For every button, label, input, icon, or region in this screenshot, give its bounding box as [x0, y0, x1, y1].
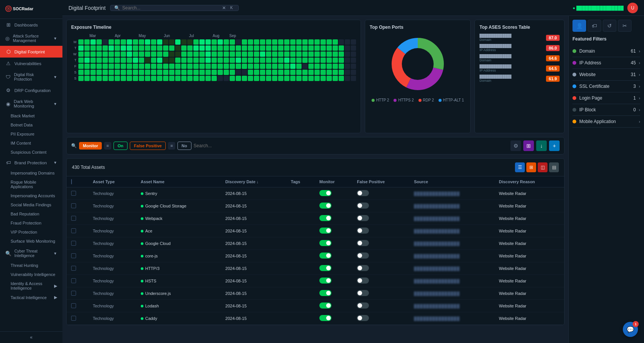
sidebar-item-tactical-intel[interactable]: Tactical Intelligence ▶ [0, 293, 62, 302]
filter-add-button[interactable]: + [549, 140, 560, 151]
featured-filter-item[interactable]: Website 31 › [572, 69, 640, 81]
sidebar-item-digital-risk[interactable]: 🛡 Digital Risk Protection ▼ [0, 69, 62, 84]
sidebar-item-vip-protection[interactable]: VIP Protection [0, 228, 62, 237]
featured-filter-item[interactable]: Mobile Application › [572, 116, 640, 128]
false-positive-toggle[interactable] [357, 278, 369, 284]
eq1-button[interactable]: = [104, 142, 111, 150]
sidebar-item-cyber-threat[interactable]: 🔍 Cyber Threat Intelligence ▼ [0, 246, 62, 261]
close-search-icon[interactable]: ✕ [222, 5, 226, 11]
featured-filter-item[interactable]: IP Address 45 › [572, 57, 640, 69]
sidebar-item-black-market[interactable]: Black Market [0, 111, 62, 120]
monitor-toggle[interactable] [319, 265, 331, 271]
sidebar-item-attack-surface[interactable]: ◎ Attack Surface Management ▼ [0, 31, 62, 46]
sidebar-item-brand-protection[interactable]: 🏷 Brand Protection ▼ [0, 157, 62, 168]
on-filter-button[interactable]: On [114, 142, 128, 150]
row-checkbox[interactable] [71, 316, 76, 321]
view-list-button[interactable]: ☰ [515, 162, 525, 172]
sidebar-item-pii-exposure[interactable]: PII Exposure [0, 129, 62, 139]
row-checkbox[interactable] [71, 228, 76, 233]
false-positive-toggle[interactable] [357, 240, 369, 246]
assets-search-input[interactable] [194, 143, 508, 148]
rp-tab-filter[interactable]: ✂ [618, 20, 632, 32]
asset-name-cell: Caddy [136, 312, 221, 325]
view-red-button[interactable]: ◫ [538, 162, 548, 172]
sidebar-item-social-media[interactable]: Social Media Findings [0, 200, 62, 209]
monitor-toggle[interactable] [319, 215, 331, 221]
sidebar-collapse-button[interactable]: « [0, 331, 62, 343]
monitor-toggle[interactable] [319, 190, 331, 196]
monitor-toggle[interactable] [319, 315, 331, 321]
featured-filter-item[interactable]: Login Page 1 › [572, 92, 640, 104]
rp-tab-tag[interactable]: 🏷 [588, 20, 601, 32]
row-checkbox[interactable] [71, 266, 76, 271]
eq2-button[interactable]: = [168, 142, 175, 150]
user-avatar[interactable]: U [627, 3, 638, 13]
filter-count: 61 [631, 48, 636, 54]
sidebar-item-dashboards[interactable]: ⊞ Dashboards [0, 19, 62, 31]
false-positive-toggle[interactable] [357, 290, 369, 296]
monitor-toggle[interactable] [319, 302, 331, 309]
filter-download-button[interactable]: ↓ [536, 140, 547, 151]
select-all-checkbox[interactable] [71, 179, 72, 184]
false-positive-toggle[interactable] [357, 203, 369, 209]
sidebar-item-im-content[interactable]: IM Content [0, 139, 62, 148]
sidebar-item-identity-access[interactable]: Identity & Access Intelligence ▶ [0, 279, 62, 293]
chat-button[interactable]: 💬 1 [623, 322, 638, 337]
monitor-filter-button[interactable]: Monitor [79, 142, 102, 150]
false-positive-toggle[interactable] [357, 315, 369, 321]
sidebar-item-vulnerabilities[interactable]: ⚠ Vulnerabilities [0, 58, 62, 69]
monitor-toggle[interactable] [319, 203, 331, 209]
filter-settings-button[interactable]: ⚙ [510, 140, 521, 151]
ases-info: ██████████████ Domain [479, 75, 544, 83]
sidebar-item-suspicious[interactable]: Suspicious Content [0, 148, 62, 157]
monitor-toggle[interactable] [319, 290, 331, 296]
sidebar-item-threat-hunting[interactable]: Threat Hunting [0, 261, 62, 270]
sidebar-item-dark-web[interactable]: ◉ Dark Web Monitoring ▼ [0, 96, 62, 111]
tags-cell [286, 225, 315, 237]
false-positive-toggle[interactable] [357, 215, 369, 221]
featured-filter-item[interactable]: SSL Certificate 3 › [572, 81, 640, 92]
asset-name-cell: Google Cloud Storage [136, 200, 221, 212]
sidebar-item-drp-config[interactable]: ⚙ DRP Configuration [0, 84, 62, 96]
row-checkbox[interactable] [71, 278, 76, 283]
false-positive-toggle[interactable] [357, 228, 369, 234]
rp-tab-history[interactable]: ↺ [603, 20, 616, 32]
sidebar-item-digital-footprint[interactable]: ⬡ Digital Footprint [0, 46, 62, 58]
false-positive-toggle[interactable] [357, 265, 369, 271]
row-checkbox[interactable] [71, 253, 76, 258]
monitor-toggle[interactable] [319, 278, 331, 284]
view-orange-button[interactable]: ⊞ [526, 162, 536, 172]
row-checkbox[interactable] [71, 191, 76, 196]
false-positive-toggle[interactable] [357, 190, 369, 196]
no-filter-button[interactable]: No [177, 142, 191, 150]
sidebar-item-fraud-protection[interactable]: Fraud Protection [0, 218, 62, 228]
false-positive-filter-button[interactable]: False Positive [130, 142, 166, 150]
day-cell [157, 76, 162, 81]
row-checkbox[interactable] [71, 241, 76, 246]
monitor-toggle[interactable] [319, 253, 331, 259]
filter-grid-button[interactable]: ⊞ [523, 140, 534, 151]
donut-chart-container: HTTP 2 HTTPS 2 RDP 2 [370, 34, 466, 102]
sidebar-item-bad-reputation[interactable]: Bad Reputation [0, 209, 62, 218]
sidebar-item-vuln-intelligence[interactable]: Vulnerability Intelligence [0, 270, 62, 279]
search-input[interactable] [122, 5, 220, 11]
sidebar-item-impersonating-domains[interactable]: Impersonating Domains [0, 168, 62, 178]
row-checkbox[interactable] [71, 216, 76, 221]
sidebar-item-surface-web[interactable]: Surface Web Monitoring [0, 237, 62, 246]
row-checkbox[interactable] [71, 291, 76, 296]
monitor-toggle[interactable] [319, 240, 331, 246]
sidebar-item-botnet-data[interactable]: Botnet Data [0, 120, 62, 129]
featured-filter-item[interactable]: Domain 61 › [572, 45, 640, 57]
monitor-toggle[interactable] [319, 228, 331, 234]
rp-tab-user[interactable]: 👤 [572, 20, 586, 32]
false-positive-toggle[interactable] [357, 253, 369, 259]
view-gray-button[interactable]: ▤ [549, 162, 559, 172]
row-checkbox[interactable] [71, 203, 76, 208]
day-cell [121, 58, 126, 63]
sidebar-item-impersonating-accounts[interactable]: Impersonating Accounts [0, 191, 62, 200]
row-checkbox[interactable] [71, 303, 76, 308]
false-positive-toggle[interactable] [357, 302, 369, 309]
day-cell [236, 51, 241, 57]
sidebar-item-rogue-mobile[interactable]: Rogue Mobile Applications [0, 178, 62, 191]
featured-filter-item[interactable]: IP Block 0 › [572, 104, 640, 116]
